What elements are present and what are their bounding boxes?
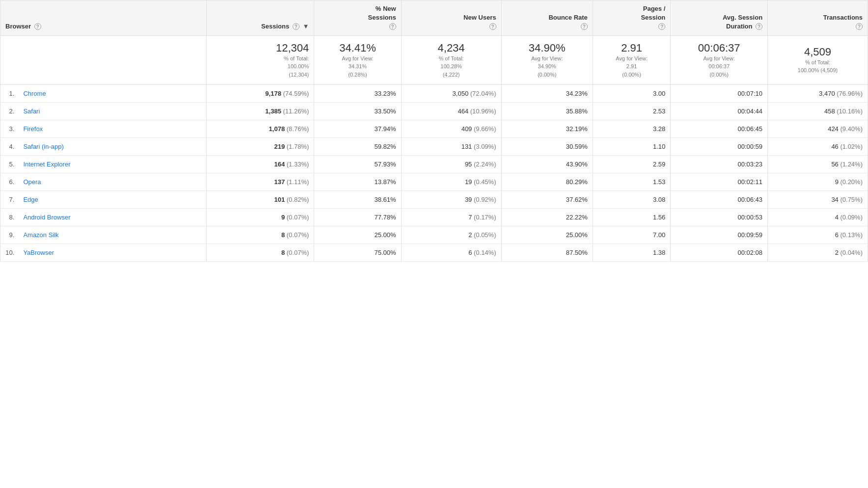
- browser-label: Browser: [5, 23, 31, 30]
- transactions-help-icon[interactable]: ?: [856, 23, 863, 30]
- sessions-value: 8: [281, 231, 285, 239]
- avg-duration-help-icon[interactable]: ?: [756, 23, 762, 30]
- sessions-column-header[interactable]: Sessions ? ▼: [207, 0, 314, 36]
- pct-new-sessions-cell: 59.82%: [314, 138, 401, 156]
- totals-sessions: 12,304 % of Total: 100.00% (12,304): [207, 35, 314, 85]
- pages-session-help-icon[interactable]: ?: [658, 23, 665, 30]
- totals-pct-new-sessions: 34.41% Avg for View: 34.31% (0.28%): [314, 35, 401, 85]
- pages-session-cell: 7.00: [593, 226, 670, 244]
- bounce-rate-cell: 87.50%: [501, 244, 593, 262]
- sessions-cell: 9,178 (74.59%): [207, 85, 314, 103]
- browser-cell: Firefox: [18, 120, 206, 138]
- sessions-value: 219: [274, 143, 285, 150]
- sessions-value: 8: [281, 249, 285, 256]
- sessions-help-icon[interactable]: ?: [293, 23, 299, 30]
- sessions-pct: (0.07%): [287, 231, 309, 239]
- new-users-column-header: New Users ?: [401, 0, 501, 36]
- transactions-cell: 424 (9.40%): [768, 120, 868, 138]
- pages-session-cell: 1.53: [593, 173, 670, 191]
- new-users-help-icon[interactable]: ?: [489, 23, 496, 30]
- sessions-value: 9: [281, 214, 285, 221]
- bounce-rate-cell: 30.59%: [501, 138, 593, 156]
- bounce-rate-cell: 37.62%: [501, 191, 593, 209]
- total-bounce-value: 34.90%: [507, 42, 588, 54]
- avg-duration-cell: 00:02:11: [671, 173, 768, 191]
- row-number: 4.: [0, 138, 19, 156]
- row-number: 10.: [0, 244, 19, 262]
- new-users-pct: (0.14%): [474, 249, 496, 256]
- sessions-value: 164: [274, 161, 285, 168]
- table-row: 5. Internet Explorer 164 (1.33%) 57.93% …: [0, 156, 868, 173]
- browser-analytics-table: Browser ? Sessions ? ▼ % NewSessions ? N…: [0, 0, 868, 262]
- transactions-pct: (1.02%): [840, 143, 863, 150]
- browser-link[interactable]: Edge: [23, 196, 38, 203]
- transactions-pct: (9.40%): [840, 125, 863, 133]
- bounce-rate-help-icon[interactable]: ?: [581, 23, 588, 30]
- sessions-cell: 137 (1.11%): [207, 173, 314, 191]
- transactions-cell: 56 (1.24%): [768, 156, 868, 173]
- bounce-rate-cell: 35.88%: [501, 103, 593, 120]
- browser-cell: Android Browser: [18, 209, 206, 226]
- pages-session-cell: 1.38: [593, 244, 670, 262]
- transactions-column-header: Transactions ?: [768, 0, 868, 36]
- total-pages-value: 2.91: [598, 42, 665, 54]
- sessions-sort-icon[interactable]: ▼: [302, 22, 309, 31]
- row-number: 8.: [0, 209, 19, 226]
- pct-new-sessions-cell: 75.00%: [314, 244, 401, 262]
- pct-new-sessions-help-icon[interactable]: ?: [389, 23, 396, 30]
- total-avg-dur-value: 00:06:37: [676, 42, 762, 54]
- sessions-cell: 8 (0.07%): [207, 226, 314, 244]
- bounce-rate-cell: 34.23%: [501, 85, 593, 103]
- table-row: 2. Safari 1,385 (11.26%) 33.50% 464 (10.…: [0, 103, 868, 120]
- browser-help-icon[interactable]: ?: [34, 23, 41, 30]
- new-users-cell: 6 (0.14%): [401, 244, 501, 262]
- avg-duration-cell: 00:06:43: [671, 191, 768, 209]
- row-number: 7.: [0, 191, 19, 209]
- table-row: 9. Amazon Silk 8 (0.07%) 25.00% 2 (0.05%…: [0, 226, 868, 244]
- sessions-cell: 8 (0.07%): [207, 244, 314, 262]
- browser-link[interactable]: Amazon Silk: [23, 231, 58, 239]
- analytics-table-container: Browser ? Sessions ? ▼ % NewSessions ? N…: [0, 0, 868, 262]
- transactions-pct: (10.16%): [837, 108, 863, 115]
- browser-link[interactable]: Safari: [23, 108, 40, 115]
- sessions-value: 1,078: [269, 125, 285, 133]
- totals-transactions: 4,509 % of Total: 100.00% (4,509): [768, 35, 868, 85]
- new-users-pct: (3.09%): [474, 143, 496, 150]
- avg-duration-cell: 00:04:44: [671, 103, 768, 120]
- browser-cell: Opera: [18, 173, 206, 191]
- transactions-cell: 6 (0.13%): [768, 226, 868, 244]
- totals-pages-session: 2.91 Avg for View: 2.91 (0.00%): [593, 35, 670, 85]
- pages-session-cell: 2.59: [593, 156, 670, 173]
- table-row: 4. Safari (in-app) 219 (1.78%) 59.82% 13…: [0, 138, 868, 156]
- avg-session-duration-column-header: Avg. SessionDuration ?: [671, 0, 768, 36]
- browser-link[interactable]: Opera: [23, 178, 41, 186]
- sessions-cell: 1,385 (11.26%): [207, 103, 314, 120]
- total-pages-sub: Avg for View: 2.91 (0.00%): [598, 54, 665, 79]
- new-users-pct: (9.66%): [474, 125, 496, 133]
- browser-link[interactable]: YaBrowser: [23, 249, 54, 256]
- avg-duration-cell: 00:00:53: [671, 209, 768, 226]
- browser-link[interactable]: Chrome: [23, 90, 46, 97]
- avg-duration-cell: 00:09:59: [671, 226, 768, 244]
- browser-link[interactable]: Safari (in-app): [23, 143, 63, 150]
- new-users-pct: (0.05%): [474, 231, 496, 239]
- sessions-pct: (1.33%): [287, 161, 309, 168]
- row-number: 2.: [0, 103, 19, 120]
- new-users-cell: 7 (0.17%): [401, 209, 501, 226]
- browser-link[interactable]: Android Browser: [23, 214, 70, 221]
- pct-new-sessions-column-header: % NewSessions ?: [314, 0, 401, 36]
- pages-session-cell: 3.28: [593, 120, 670, 138]
- new-users-pct: (0.45%): [474, 178, 496, 186]
- pages-session-cell: 1.10: [593, 138, 670, 156]
- transactions-cell: 9 (0.20%): [768, 173, 868, 191]
- browser-cell: Safari: [18, 103, 206, 120]
- table-row: 7. Edge 101 (0.82%) 38.61% 39 (0.92%) 37…: [0, 191, 868, 209]
- totals-bounce-rate: 34.90% Avg for View: 34.90% (0.00%): [501, 35, 593, 85]
- sessions-pct: (0.07%): [287, 249, 309, 256]
- bounce-rate-column-header: Bounce Rate ?: [501, 0, 593, 36]
- pct-new-sessions-cell: 37.94%: [314, 120, 401, 138]
- browser-link[interactable]: Internet Explorer: [23, 161, 70, 168]
- browser-link[interactable]: Firefox: [23, 125, 43, 133]
- row-number: 6.: [0, 173, 19, 191]
- bounce-rate-cell: 25.00%: [501, 226, 593, 244]
